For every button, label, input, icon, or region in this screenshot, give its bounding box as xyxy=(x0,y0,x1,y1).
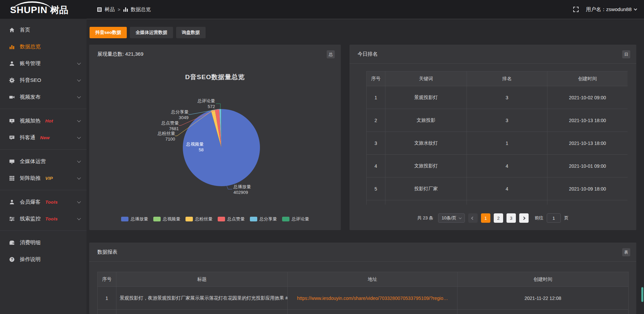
page-button-2[interactable]: 2 xyxy=(494,213,503,223)
sidebar-divider xyxy=(0,109,87,109)
chevron-down-icon xyxy=(77,78,81,82)
member-icon xyxy=(9,199,15,205)
sidebar-item-consumption[interactable]: 消费明细 xyxy=(0,234,87,251)
ranking-panel: 今日排名 日 序号 关键词 排名 创建时间 1 景观投影灯 3 2021-10-… xyxy=(350,45,636,230)
sidebar-item-lead-monitor[interactable]: 线索监控 Tools xyxy=(0,210,87,227)
table-row-clipped xyxy=(98,310,629,314)
pie-label-shares: 总分享量3049 xyxy=(171,109,189,120)
goto-page-input[interactable] xyxy=(547,213,561,223)
day-corner-button[interactable]: 日 xyxy=(622,50,630,58)
breadcrumb-root[interactable]: 树品 xyxy=(105,6,115,13)
sidebar-item-douyin-seo[interactable]: 抖音SEO xyxy=(0,72,87,89)
tab-douyin-seo-data[interactable]: 抖音seo数据 xyxy=(90,27,127,38)
tab-media-operation-data[interactable]: 全媒体运营数据 xyxy=(130,27,173,38)
legend-item-likes[interactable]: 总点赞量 xyxy=(218,216,245,222)
breadcrumb: 树品 > 数据总览 xyxy=(97,0,151,19)
legend-item-comments[interactable]: 总评论量 xyxy=(282,216,309,222)
pagination-total: 共 23 条 xyxy=(417,215,433,221)
sidebar-item-video-publish[interactable]: 视频发布 xyxy=(0,89,87,105)
pie-slice-总评论量[interactable] xyxy=(221,109,221,148)
table-row: 2 文旅投影 3 2021-10-13 18:00 xyxy=(367,109,628,132)
breadcrumb-current[interactable]: 数据总览 xyxy=(131,6,151,13)
chevron-down-icon xyxy=(77,200,81,203)
data-tabs: 抖音seo数据 全媒体运营数据 询盘数据 xyxy=(90,27,206,38)
chevron-down-icon xyxy=(77,118,81,122)
report-table-wrap: 序号 标题 地址 创建时间 1 景观投影灯，夜游景观投影灯厂家展示展示落花灯在花… xyxy=(97,272,628,314)
ranking-table-wrap: 序号 关键词 排名 创建时间 1 景观投影灯 3 2021-10-02 09:0… xyxy=(366,71,628,205)
sidebar-item-account[interactable]: 账号管理 xyxy=(0,55,87,72)
new-badge: New xyxy=(40,135,50,140)
tab-inquiry-data[interactable]: 询盘数据 xyxy=(176,27,206,38)
legend-item-videos[interactable]: 总视频量 xyxy=(153,216,180,222)
legend-item-plays[interactable]: 总播放量 xyxy=(121,216,148,222)
leader-line-shares xyxy=(189,109,220,114)
chevron-down-icon xyxy=(77,135,81,139)
logo-arc-decoration xyxy=(12,1,52,11)
leader-line-comments xyxy=(216,104,220,109)
pie-label-fans: 总粉丝量7100 xyxy=(158,130,175,142)
pie-slice-总点赞量[interactable] xyxy=(215,109,221,148)
report-title-cell: 景观投影灯，夜游景观投影灯厂家展示展示落花灯在花园里的灯光投影应用效果 # xyxy=(116,287,288,310)
sidebar-item-home[interactable]: 首页 xyxy=(0,21,87,38)
fullscreen-icon[interactable] xyxy=(573,7,579,12)
pie-chart-title: D音SEO数据量总览 xyxy=(89,73,341,82)
sidebar-item-media-operation[interactable]: 全媒体运营 xyxy=(0,153,87,170)
sidebar-item-doukegtong[interactable]: 抖客通 New xyxy=(0,129,87,146)
table-row: 1 景观投影灯，夜游景观投影灯厂家展示展示落花灯在花园里的灯光投影应用效果 # … xyxy=(98,287,629,310)
wallet-icon xyxy=(9,240,15,246)
logo-text-cn: 树品 xyxy=(50,4,68,16)
sidebar-item-data-overview[interactable]: 数据总览 xyxy=(0,38,87,55)
gear-icon xyxy=(9,77,15,83)
leader-line-plays xyxy=(226,185,232,189)
sidebar-item-instructions[interactable]: ? 操作说明 xyxy=(0,251,87,268)
sidebar-item-matrix-boost[interactable]: 矩阵助推 VIP xyxy=(0,170,87,187)
pie-slice-总粉丝量[interactable] xyxy=(211,110,221,148)
hot-badge: Hot xyxy=(45,118,53,123)
goto-suffix: 页 xyxy=(564,215,569,221)
tools-badge: Tools xyxy=(45,200,58,205)
total-corner-button[interactable]: 总 xyxy=(327,50,335,58)
goto-label: 前往 xyxy=(535,215,543,221)
report-table: 序号 标题 地址 创建时间 1 景观投影灯，夜游景观投影灯厂家展示展示落花灯在花… xyxy=(97,272,629,314)
report-url-link[interactable]: https://www.iesdouyin.com/share/video/70… xyxy=(288,287,458,310)
table-row-clipped xyxy=(367,200,628,205)
chevron-down-icon xyxy=(77,95,81,98)
svg-text:?: ? xyxy=(11,258,13,261)
monitor-icon xyxy=(9,159,15,164)
pie-chart xyxy=(89,45,341,230)
overview-panel: 展现量总数: 421,369 总 D音SEO数据量总览 总评论量572 总分享量… xyxy=(89,45,341,230)
legend-item-fans[interactable]: 总粉丝量 xyxy=(185,216,213,222)
legend-item-shares[interactable]: 总分享量 xyxy=(250,216,277,222)
next-page-button[interactable] xyxy=(519,213,529,223)
chevron-right-icon xyxy=(522,216,526,220)
app-logo[interactable]: SHUPIN 树品 xyxy=(10,3,68,17)
sidebar-item-video-heat[interactable]: 视频加热 Hot xyxy=(0,112,87,129)
content-top-border xyxy=(87,19,644,19)
help-icon: ? xyxy=(9,257,15,262)
pie-slice-总视频量[interactable] xyxy=(211,110,221,148)
vip-badge: VIP xyxy=(45,176,53,181)
page-button-1[interactable]: 1 xyxy=(481,213,490,223)
user-menu[interactable]: 用户名：zswodun88 xyxy=(586,6,637,13)
ranking-panel-title: 今日排名 xyxy=(358,51,378,57)
breadcrumb-separator: > xyxy=(118,7,120,12)
table-row: 1 景观投影灯 3 2021-10-02 09:00 xyxy=(367,86,628,109)
home-icon xyxy=(9,27,15,33)
report-panel-title: 数据报表 xyxy=(97,249,117,255)
prev-page-button[interactable] xyxy=(468,213,478,223)
monitor-play-icon xyxy=(9,118,15,124)
vertical-scrollbar-thumb[interactable] xyxy=(641,287,643,302)
chevron-left-icon xyxy=(471,216,475,220)
table-corner-button[interactable]: 表 xyxy=(622,248,630,256)
impressions-total-label: 展现量总数: 421,369 xyxy=(97,51,144,57)
table-header-row: 序号 关键词 排名 创建时间 xyxy=(367,71,628,86)
page-size-select[interactable]: 10条/页 xyxy=(438,213,465,223)
table-row: 5 投影灯厂家 4 2021-10-09 18:00 xyxy=(367,177,628,200)
sidebar-item-member-burst[interactable]: 会员爆客 Tools xyxy=(0,194,87,210)
page-button-3[interactable]: 3 xyxy=(506,213,516,223)
table-row: 4 文旅投影灯 4 2021-10-01 09:00 xyxy=(367,155,628,177)
sidebar-divider xyxy=(0,230,87,231)
pie-slice-总分享量[interactable] xyxy=(219,109,221,148)
report-panel: 数据报表 表 序号 标题 地址 创建时间 1 景观投影灯，夜游景观投影灯厂家展示… xyxy=(89,243,636,314)
chevron-down-icon xyxy=(77,176,81,179)
